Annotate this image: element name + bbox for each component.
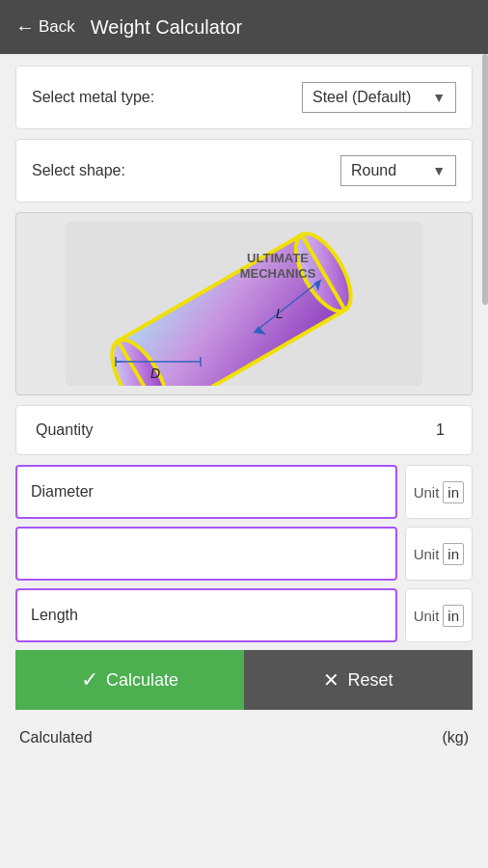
- length-unit-box[interactable]: Unit in: [405, 588, 473, 642]
- second-unit-box[interactable]: Unit in: [405, 527, 473, 581]
- second-unit-value: in: [443, 543, 464, 565]
- reset-button[interactable]: ✕ Reset: [244, 650, 473, 710]
- second-input[interactable]: [31, 545, 382, 562]
- quantity-label: Quantity: [36, 421, 436, 439]
- diameter-label: Diameter: [31, 483, 94, 501]
- shape-label: Select shape:: [32, 162, 125, 179]
- scrollbar[interactable]: [482, 54, 488, 305]
- shape-dropdown-arrow-icon: ▼: [432, 163, 446, 178]
- quantity-card: Quantity 1: [15, 405, 473, 455]
- second-unit-label: Unit: [414, 546, 440, 562]
- shape-row: Select shape: Round ▼: [32, 155, 456, 186]
- length-label: Length: [31, 607, 78, 624]
- svg-text:L: L: [276, 306, 284, 321]
- back-button[interactable]: ← Back: [15, 16, 75, 39]
- calculate-label: Calculate: [106, 670, 178, 691]
- header: ← Back Weight Calculator: [0, 0, 488, 54]
- diameter-input[interactable]: [105, 483, 382, 501]
- shape-dropdown[interactable]: Round ▼: [340, 155, 456, 186]
- action-buttons-row: ✓ Calculate ✕ Reset: [15, 650, 473, 710]
- page-wrapper: ← Back Weight Calculator Select metal ty…: [0, 0, 488, 762]
- diameter-input-card[interactable]: Diameter: [15, 465, 397, 519]
- check-icon: ✓: [81, 667, 98, 692]
- result-unit: (kg): [442, 729, 469, 746]
- shape-diagram-svg: D L ULTIMATE MECHANICS: [66, 222, 422, 386]
- shape-card: Select shape: Round ▼: [15, 139, 473, 203]
- length-input-card[interactable]: Length: [15, 588, 397, 642]
- metal-type-label: Select metal type:: [32, 89, 154, 106]
- metal-type-value: Steel (Default): [312, 89, 411, 106]
- diameter-unit-label: Unit: [414, 484, 440, 501]
- svg-text:D: D: [150, 366, 160, 381]
- calculate-button[interactable]: ✓ Calculate: [15, 650, 244, 710]
- result-row: Calculated (kg): [15, 719, 473, 750]
- metal-type-row: Select metal type: Steel (Default) ▼: [32, 82, 456, 113]
- length-row: Length Unit in: [15, 588, 473, 642]
- svg-text:MECHANICS: MECHANICS: [240, 266, 316, 281]
- second-field-row: Unit in: [15, 527, 473, 581]
- metal-type-dropdown-arrow-icon: ▼: [432, 90, 446, 105]
- back-label: Back: [39, 17, 75, 37]
- diameter-row: Diameter Unit in: [15, 465, 473, 519]
- page-title: Weight Calculator: [91, 16, 242, 39]
- quantity-value: 1: [436, 421, 445, 439]
- shape-diagram-card: D L ULTIMATE MECHANICS: [15, 212, 473, 395]
- svg-text:ULTIMATE: ULTIMATE: [247, 251, 309, 265]
- length-unit-value: in: [443, 605, 464, 627]
- diameter-unit-value: in: [443, 481, 464, 503]
- result-label: Calculated: [19, 729, 93, 746]
- x-icon: ✕: [323, 668, 339, 692]
- reset-label: Reset: [347, 670, 393, 691]
- shape-value: Round: [351, 162, 396, 179]
- metal-type-dropdown[interactable]: Steel (Default) ▼: [302, 82, 456, 113]
- back-arrow-icon: ←: [15, 16, 35, 39]
- diameter-unit-box[interactable]: Unit in: [405, 465, 473, 519]
- length-unit-label: Unit: [414, 608, 440, 624]
- main-content: Select metal type: Steel (Default) ▼ Sel…: [0, 54, 488, 762]
- length-input[interactable]: [90, 607, 382, 624]
- second-input-card[interactable]: [15, 527, 397, 581]
- metal-type-card: Select metal type: Steel (Default) ▼: [15, 66, 473, 129]
